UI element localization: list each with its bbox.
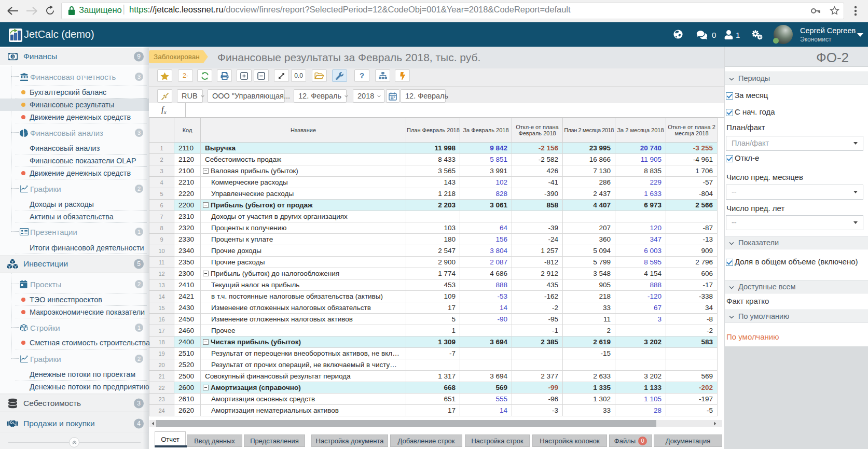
svg-text:0: 0 [11,54,13,59]
